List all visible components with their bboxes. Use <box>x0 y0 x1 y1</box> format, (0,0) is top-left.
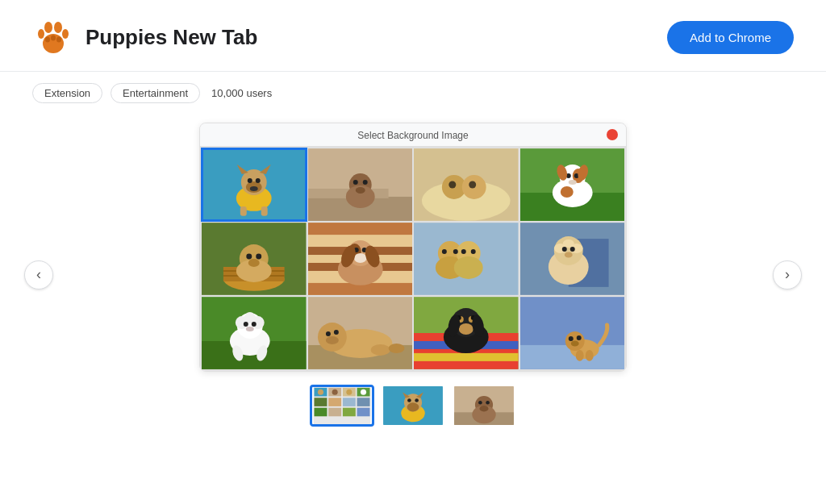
svg-point-0 <box>44 22 52 33</box>
grid-cell-1[interactable] <box>202 148 307 221</box>
svg-rect-56 <box>308 223 413 235</box>
svg-point-7 <box>56 37 61 43</box>
grid-cell-7[interactable] <box>414 223 519 295</box>
close-dot[interactable] <box>607 129 618 140</box>
grid-cell-12[interactable] <box>520 297 625 369</box>
svg-point-108 <box>388 344 404 353</box>
grid-cell-11[interactable] <box>414 297 519 369</box>
svg-rect-17 <box>240 206 247 216</box>
svg-point-74 <box>442 249 447 254</box>
paw-icon <box>32 16 74 58</box>
svg-point-75 <box>453 249 458 254</box>
svg-rect-142 <box>343 408 356 417</box>
main-content: ‹ Select Background Image <box>0 115 826 435</box>
svg-point-24 <box>353 180 357 185</box>
svg-point-2 <box>38 29 44 39</box>
svg-point-26 <box>355 187 365 194</box>
nav-prev-button[interactable]: ‹ <box>24 260 53 289</box>
svg-point-53 <box>248 259 260 267</box>
svg-point-94 <box>244 312 256 323</box>
header: Puppies New Tab Add to Chrome <box>0 0 826 72</box>
svg-point-107 <box>370 344 390 356</box>
svg-point-16 <box>250 186 258 191</box>
thumbnail-1[interactable] <box>310 385 374 427</box>
svg-point-145 <box>332 389 338 395</box>
tag-entertainment[interactable]: Entertainment <box>111 83 200 103</box>
tags-row: Extension Entertainment 10,000 users <box>0 72 826 115</box>
page-title: Puppies New Tab <box>86 25 257 50</box>
grid-cell-8[interactable] <box>520 223 625 295</box>
grid-cell-10[interactable] <box>308 297 413 369</box>
image-grid <box>200 147 626 371</box>
svg-point-97 <box>246 327 254 331</box>
header-left: Puppies New Tab <box>32 16 257 58</box>
svg-point-104 <box>325 331 330 336</box>
svg-point-85 <box>561 247 566 252</box>
svg-rect-112 <box>414 353 519 361</box>
svg-point-144 <box>318 389 323 395</box>
svg-point-63 <box>353 253 366 263</box>
svg-point-147 <box>361 389 366 395</box>
svg-rect-139 <box>357 398 370 406</box>
svg-rect-18 <box>261 206 268 216</box>
svg-point-51 <box>246 254 252 260</box>
svg-point-15 <box>256 178 261 183</box>
svg-point-146 <box>346 389 352 395</box>
grid-cell-2[interactable] <box>308 148 413 221</box>
svg-point-38 <box>560 186 573 198</box>
svg-point-76 <box>461 249 466 254</box>
svg-point-129 <box>575 350 583 361</box>
svg-point-126 <box>568 336 573 341</box>
svg-point-160 <box>478 401 482 405</box>
svg-rect-143 <box>357 408 370 417</box>
svg-point-41 <box>568 180 576 185</box>
svg-point-127 <box>576 335 581 340</box>
panel-header: Select Background Image <box>200 123 626 147</box>
svg-rect-141 <box>328 408 341 417</box>
svg-rect-140 <box>315 408 327 417</box>
svg-point-151 <box>407 402 419 411</box>
svg-point-105 <box>333 330 338 335</box>
svg-point-128 <box>570 340 578 346</box>
svg-point-84 <box>562 240 574 248</box>
svg-point-153 <box>415 398 419 402</box>
add-to-chrome-button[interactable]: Add to Chrome <box>667 21 794 54</box>
svg-point-6 <box>51 35 56 41</box>
grid-cell-6[interactable] <box>308 223 413 295</box>
screenshot-panel: Select Background Image <box>199 123 627 372</box>
svg-point-95 <box>244 322 248 327</box>
svg-point-3 <box>62 29 69 39</box>
svg-point-161 <box>486 401 490 405</box>
svg-rect-136 <box>315 398 327 406</box>
svg-point-14 <box>248 178 252 183</box>
svg-point-106 <box>325 336 338 344</box>
svg-point-32 <box>469 181 476 189</box>
svg-point-152 <box>407 398 411 402</box>
grid-cell-9[interactable] <box>202 297 307 369</box>
svg-point-31 <box>448 181 456 189</box>
thumbnail-2[interactable] <box>381 385 445 427</box>
svg-point-86 <box>569 247 574 252</box>
svg-point-5 <box>45 37 50 43</box>
grid-cell-5[interactable] <box>202 223 307 295</box>
svg-point-52 <box>256 254 261 260</box>
svg-point-96 <box>252 322 257 327</box>
svg-rect-137 <box>328 398 341 406</box>
svg-point-25 <box>362 180 367 185</box>
thumbnails-row <box>310 372 516 435</box>
thumbnail-3[interactable] <box>452 385 516 427</box>
users-count: 10,000 users <box>211 87 272 99</box>
svg-point-162 <box>479 406 488 411</box>
svg-point-115 <box>459 323 473 335</box>
svg-rect-138 <box>343 398 356 406</box>
tag-extension[interactable]: Extension <box>32 83 102 103</box>
svg-point-73 <box>454 256 483 279</box>
svg-point-87 <box>564 252 572 258</box>
panel-header-label: Select Background Image <box>357 130 468 141</box>
nav-next-button[interactable]: › <box>773 260 802 289</box>
svg-point-77 <box>471 249 476 254</box>
svg-point-1 <box>54 22 62 33</box>
grid-cell-3[interactable] <box>414 148 519 221</box>
grid-cell-4[interactable] <box>520 148 625 221</box>
svg-point-130 <box>585 350 593 361</box>
